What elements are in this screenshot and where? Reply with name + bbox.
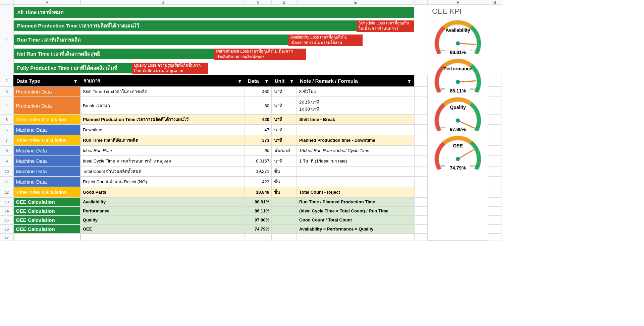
row-header[interactable]: 7: [0, 135, 13, 145]
cell-data[interactable]: 88.81%: [245, 197, 272, 206]
cell-note[interactable]: 2x 15 นาที 1x 30 นาที: [297, 97, 414, 114]
row-header[interactable]: 9: [0, 156, 13, 166]
row-header[interactable]: 17: [0, 234, 13, 241]
table-header-item[interactable]: รายการ: [80, 75, 245, 86]
row-header[interactable]: 2: [0, 75, 13, 86]
cell-unit[interactable]: นาที: [272, 135, 297, 145]
empty-cell[interactable]: [488, 234, 501, 241]
cell-item[interactable]: Run Time เวลาที่เดินการผลิต: [80, 135, 245, 145]
cell-item[interactable]: Ideal Cycle Time ความเร็วรอบการทำงานสูงส…: [80, 156, 245, 166]
cell-category[interactable]: Machine Data: [13, 166, 80, 177]
empty-cell[interactable]: [297, 234, 414, 241]
cell-note[interactable]: 8 ชั่วโมง: [297, 86, 414, 97]
row-header[interactable]: 12: [0, 187, 13, 197]
cell-data[interactable]: 18,848: [245, 187, 272, 197]
cell-note[interactable]: Planned Production time - Downtime: [297, 135, 414, 145]
cell-data[interactable]: 97.80%: [245, 215, 272, 224]
row-header[interactable]: 16: [0, 224, 13, 234]
table-header-note[interactable]: Note / Remark / Formula: [297, 75, 414, 86]
cell-note[interactable]: Good Count / Total Count: [297, 215, 414, 224]
filter-icon[interactable]: [407, 79, 411, 83]
cell-category[interactable]: Machine Data: [13, 156, 80, 166]
cell-item[interactable]: Break เวลาพัก: [80, 97, 245, 114]
empty-cell[interactable]: [80, 234, 245, 241]
col-header[interactable]: D: [272, 0, 297, 5]
cell-unit[interactable]: นาที: [272, 114, 297, 125]
col-header[interactable]: [0, 0, 13, 5]
col-header[interactable]: [414, 0, 428, 5]
cell-item[interactable]: Ideal Run Rate: [80, 145, 245, 156]
cell-category[interactable]: Time Index Calculation: [13, 135, 80, 145]
cell-category[interactable]: OEE Calculation: [13, 224, 80, 234]
filter-icon[interactable]: [290, 79, 294, 83]
cell-note[interactable]: 1 วินาที (1/Ideal run rate): [297, 156, 414, 166]
empty-cell[interactable]: [272, 234, 297, 241]
row-header[interactable]: 6: [0, 125, 13, 135]
cell-item[interactable]: Total Count จำนวนผลิตทั้งหมด: [80, 166, 245, 177]
col-header[interactable]: C: [245, 0, 272, 5]
cell-item[interactable]: Planned Production Time เวลาการผลิตที่ได…: [80, 114, 245, 125]
cell-note[interactable]: Run Time / Planned Production Time: [297, 197, 414, 206]
cell-category[interactable]: Machine Data: [13, 177, 80, 187]
cell-data[interactable]: 74.79%: [245, 224, 272, 234]
cell-unit[interactable]: ชิ้น: [272, 166, 297, 177]
cell-unit[interactable]: [272, 215, 297, 224]
cell-item[interactable]: Good Parts: [80, 187, 245, 197]
row-header[interactable]: 13: [0, 197, 13, 206]
col-header[interactable]: G: [488, 0, 501, 5]
cell-item[interactable]: Downtime: [80, 125, 245, 135]
row-header[interactable]: 3: [0, 86, 13, 97]
cell-item[interactable]: Performance: [80, 206, 245, 215]
cell-note[interactable]: Availability × Performance × Quality: [297, 224, 414, 234]
cell-unit[interactable]: [272, 224, 297, 234]
col-header[interactable]: F: [428, 0, 488, 5]
cell-category[interactable]: Time Index Calculation: [13, 114, 80, 125]
cell-data[interactable]: 480: [245, 86, 272, 97]
cell-item[interactable]: Quality: [80, 215, 245, 224]
cell-category[interactable]: Time Index Calculation: [13, 187, 80, 197]
cell-category[interactable]: OEE Calculation: [13, 215, 80, 224]
row-header[interactable]: 10: [0, 166, 13, 177]
col-header[interactable]: B: [80, 0, 245, 5]
cell-note[interactable]: [297, 166, 414, 177]
filter-icon[interactable]: [265, 79, 269, 83]
col-header[interactable]: A: [13, 0, 80, 5]
cell-item[interactable]: Shift Time ระยะเวลาในกะการผลิต: [80, 86, 245, 97]
cell-unit[interactable]: ชิ้น: [272, 177, 297, 187]
cell-note[interactable]: (Ideal Cycle Time × Total Count) / Run T…: [297, 206, 414, 215]
cell-item[interactable]: Reject Count จำนวน Reject (NG): [80, 177, 245, 187]
cell-unit[interactable]: นาที: [272, 86, 297, 97]
table-header-unit[interactable]: Unit: [272, 75, 297, 86]
cell-data[interactable]: 19,271: [245, 166, 272, 177]
filter-icon[interactable]: [238, 79, 242, 83]
filter-icon[interactable]: [73, 79, 77, 83]
empty-cell[interactable]: [245, 234, 272, 241]
cell-note[interactable]: [297, 177, 414, 187]
empty-cell[interactable]: [414, 234, 428, 241]
row-header[interactable]: 11: [0, 177, 13, 187]
cell-unit[interactable]: [272, 197, 297, 206]
cell-unit[interactable]: นาที: [272, 125, 297, 135]
cell-item[interactable]: Availability: [80, 197, 245, 206]
col-header[interactable]: E: [297, 0, 414, 5]
table-header-data[interactable]: Data: [245, 75, 272, 86]
row-header[interactable]: 8: [0, 145, 13, 156]
cell-category[interactable]: Machine Data: [13, 125, 80, 135]
cell-note[interactable]: Total Count - Reject: [297, 187, 414, 197]
cell-data[interactable]: 420: [245, 114, 272, 125]
cell-unit[interactable]: นาที: [272, 156, 297, 166]
cell-unit[interactable]: [272, 206, 297, 215]
cell-item[interactable]: OEE: [80, 224, 245, 234]
cell-unit[interactable]: นาที: [272, 97, 297, 114]
empty-cell[interactable]: [13, 234, 80, 241]
cell-category[interactable]: OEE Calculation: [13, 197, 80, 206]
cell-unit[interactable]: ชิ้น: [272, 187, 297, 197]
row-header[interactable]: 14: [0, 206, 13, 215]
cell-data[interactable]: 60: [245, 145, 272, 156]
cell-unit[interactable]: ชิ้น/นาที: [272, 145, 297, 156]
cell-data[interactable]: 60: [245, 97, 272, 114]
cell-note[interactable]: 1/Ideal Run Rate = Ideal Cycle Time: [297, 145, 414, 156]
row-header[interactable]: 5: [0, 114, 13, 125]
table-header-dataType[interactable]: Data Type: [13, 75, 80, 86]
row-header[interactable]: 15: [0, 215, 13, 224]
